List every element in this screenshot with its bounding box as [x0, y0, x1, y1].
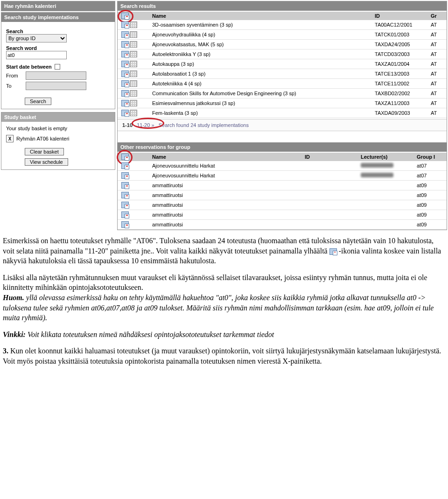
result-id: TATCK01/2003 [375, 32, 431, 37]
add-row-icon[interactable] [121, 100, 129, 106]
table-row: Autokauppa (3 sp)TAXZA01/2004AT [118, 59, 447, 69]
basket-empty-text: Your study basket is empty [6, 126, 110, 131]
pager-arrow[interactable]: » [151, 122, 154, 128]
search-button[interactable]: Search [25, 98, 51, 105]
nav-item-search-implementations[interactable]: Search study implementations [1, 13, 115, 22]
result-name-link[interactable]: Ajoneuvokatsastus, MAK (5 sp) [152, 42, 224, 47]
other-col-group[interactable]: Group I [417, 154, 445, 160]
other-col-lecturer[interactable]: Lecturer(s) [361, 154, 417, 160]
calendar-icon[interactable] [130, 61, 137, 67]
result-name-link[interactable]: Autolaboraatiot 1 (3 sp) [152, 71, 205, 77]
clear-basket-button[interactable]: Clear basket [25, 148, 64, 155]
add-row-icon[interactable] [121, 90, 129, 97]
other-name-link[interactable]: ammattiruotsi [152, 222, 183, 227]
other-name-link[interactable]: ammattiruotsi [152, 202, 183, 208]
add-row-icon[interactable] [121, 162, 129, 169]
add-row-icon[interactable] [121, 31, 129, 38]
add-all-icon[interactable] [121, 13, 129, 19]
result-name-link[interactable]: Communication Skills for Automotive Desi… [152, 91, 296, 96]
pager-next-link[interactable]: 11-20 [137, 122, 150, 128]
view-schedule-button[interactable]: View schedule [25, 158, 68, 166]
from-label: From [6, 73, 23, 78]
result-group: AT [431, 22, 445, 28]
calendar-icon[interactable] [130, 110, 137, 116]
calendar-icon[interactable] [130, 21, 137, 28]
add-row-icon[interactable] [121, 182, 129, 189]
add-row-icon[interactable] [121, 211, 129, 218]
calendar-icon[interactable] [130, 70, 137, 77]
other-lecturer [361, 173, 417, 178]
table-row: Ajoneuvosuunnittelu Harkatat07 [118, 161, 447, 171]
add-row-icon[interactable] [121, 70, 129, 77]
table-row: Autolaboraatiot 1 (3 sp)TATCE13/2003AT [118, 69, 447, 79]
result-name-link[interactable]: Esimiesvalmennus jatkokurssi (3 sp) [152, 100, 235, 106]
other-group: at07 [417, 163, 445, 169]
add-row-icon[interactable] [121, 172, 129, 179]
from-date-input[interactable] [26, 71, 86, 80]
calendar-icon[interactable] [130, 51, 137, 57]
search-word-input[interactable] [6, 51, 67, 59]
other-name-link[interactable]: ammattiruotsi [152, 192, 183, 198]
add-row-icon[interactable] [121, 192, 129, 198]
table-row: ammattiruotsiat09 [118, 200, 447, 210]
to-date-input[interactable] [26, 82, 86, 90]
add-row-icon[interactable] [121, 41, 129, 48]
other-group: at09 [417, 212, 445, 218]
nav-item-group-calendar[interactable]: Hae ryhmän kalenteri [1, 1, 115, 11]
table-row: Autoelektroniikka Y (3 sp)TATCD03/2003AT [118, 49, 447, 59]
other-col-name[interactable]: Name [152, 154, 305, 160]
col-name-header[interactable]: Name [152, 13, 375, 19]
result-id: TAXDA24/2005 [375, 42, 431, 47]
result-name-link[interactable]: Fem-laskenta (3 sp) [152, 110, 198, 116]
result-name-link[interactable]: Autotekniikka 4 (4 sp) [152, 81, 202, 86]
col-gr-header[interactable]: Gr [431, 13, 445, 19]
pager-summary: Search found 24 study implementations [159, 122, 249, 128]
result-name-link[interactable]: Autokauppa (3 sp) [152, 61, 194, 67]
calendar-icon[interactable] [130, 41, 137, 48]
add-row-icon[interactable] [121, 61, 129, 67]
result-name-link[interactable]: Autoelektroniikka Y (3 sp) [152, 51, 210, 57]
date-checkbox[interactable] [55, 64, 60, 70]
calendar-icon[interactable] [130, 80, 137, 87]
basket-title: Study basket [1, 112, 115, 122]
other-group: at09 [417, 222, 445, 227]
other-group: at09 [417, 202, 445, 208]
table-row: ammattiruotsiat09 [118, 181, 447, 190]
other-col-id[interactable]: ID [305, 154, 361, 160]
result-id: TATCD03/2003 [375, 51, 431, 57]
table-row: Fem-laskenta (3 sp)TAXDA09/2003AT [118, 108, 447, 118]
other-name-link[interactable]: ammattiruotsi [152, 183, 183, 188]
search-type-select[interactable]: By group ID [6, 34, 67, 42]
add-row-icon[interactable] [121, 110, 129, 116]
col-id-header[interactable]: ID [375, 13, 431, 19]
result-id: TAXZA01/2004 [375, 61, 431, 67]
add-row-icon[interactable] [121, 221, 129, 228]
redacted-lecturer [361, 163, 393, 168]
doc-paragraph-3: 3. Kun olet koonnut kaikki haluamasi tot… [3, 346, 445, 366]
calendar-icon[interactable] [130, 90, 137, 97]
other-lecturer [361, 163, 417, 169]
calendar-icon[interactable] [130, 31, 137, 38]
other-title: Other reservations for group [118, 142, 447, 152]
calendar-icon[interactable] [130, 100, 137, 106]
result-group: AT [431, 100, 445, 106]
result-id: TAXZA11/2003 [375, 100, 431, 106]
result-name-link[interactable]: 3D-osaamisen syventäminen (3 sp) [152, 22, 233, 28]
add-row-icon[interactable] [121, 202, 129, 208]
table-row: 3D-osaamisen syventäminen (3 sp)TA00AC12… [118, 20, 447, 30]
table-row: Communication Skills for Automotive Desi… [118, 89, 447, 98]
other-name-link[interactable]: Ajoneuvosuunnittelu Harkat [152, 173, 215, 178]
table-row: Esimiesvalmennus jatkokurssi (3 sp)TAXZA… [118, 98, 447, 108]
to-label: To [6, 83, 23, 89]
result-group: AT [431, 51, 445, 57]
add-all-other-icon[interactable] [121, 154, 129, 160]
result-group: AT [431, 42, 445, 47]
other-name-link[interactable]: ammattiruotsi [152, 212, 183, 218]
basket-remove-button[interactable]: X [6, 135, 14, 142]
add-row-icon[interactable] [121, 51, 129, 57]
result-name-link[interactable]: Ajoneuvohydrauliikka (4 sp) [152, 32, 215, 37]
add-row-icon[interactable] [121, 80, 129, 87]
other-name-link[interactable]: Ajoneuvosuunnittelu Harkat [152, 163, 215, 169]
add-row-icon[interactable] [121, 21, 129, 28]
start-date-label: Start date between [6, 64, 52, 70]
